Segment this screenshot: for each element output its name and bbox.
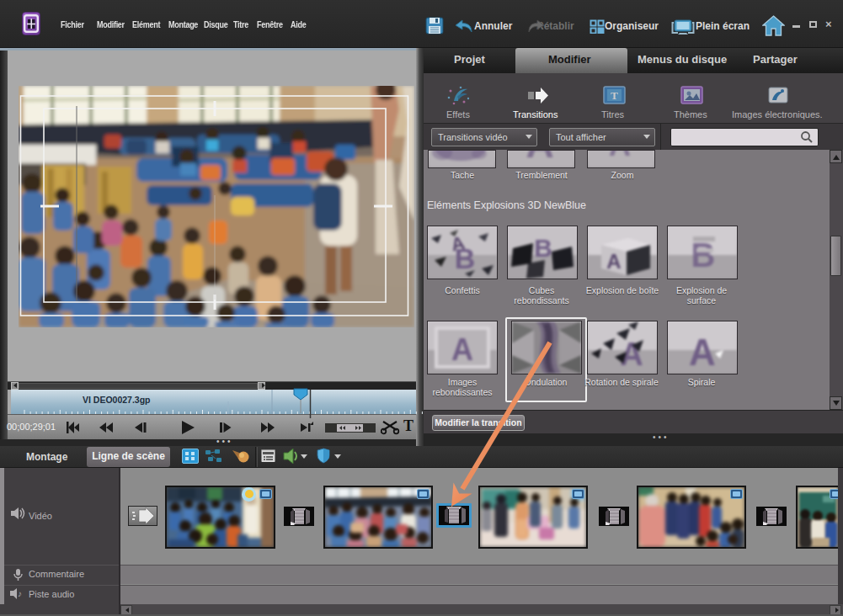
svg-text:A: A [526,151,553,166]
svg-text:♪: ♪ [18,589,22,598]
svg-text:B: B [534,234,552,262]
svg-text:A: A [606,250,621,273]
svg-text:B: B [691,236,716,273]
svg-text:T: T [611,89,618,102]
svg-text:A: A [689,332,716,373]
svg-text:A: A [609,151,631,162]
